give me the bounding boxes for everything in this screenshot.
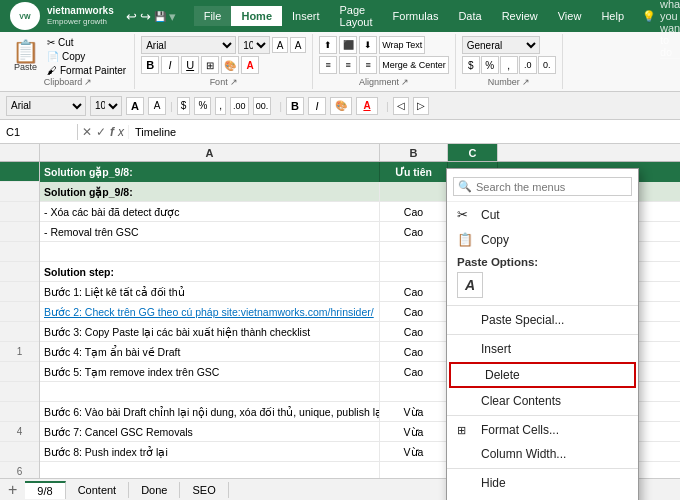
menu-formulas[interactable]: Formulas: [383, 6, 449, 26]
scissors-icon: ✂: [47, 37, 55, 48]
context-clear-contents-item[interactable]: Clear Contents: [447, 389, 638, 413]
clipboard-expand-icon[interactable]: ↗: [84, 77, 92, 87]
align-middle-button[interactable]: ⬛: [339, 36, 357, 54]
align-left-button[interactable]: ≡: [319, 56, 337, 74]
align-right-button[interactable]: ≡: [359, 56, 377, 74]
format-painter-button[interactable]: 🖌 Format Painter: [45, 64, 128, 77]
add-sheet-button[interactable]: +: [0, 481, 25, 499]
menu-page-layout[interactable]: Page Layout: [330, 0, 383, 32]
dollar-button[interactable]: $: [462, 56, 480, 74]
copy-icon: 📄: [47, 51, 59, 62]
col-header-b[interactable]: B: [380, 144, 448, 161]
context-copy-item[interactable]: 📋 Copy: [447, 227, 638, 252]
decrease-indent-btn[interactable]: ◁: [393, 97, 409, 115]
alignment-expand-icon[interactable]: ↗: [401, 77, 409, 87]
increase-indent-btn[interactable]: ▷: [413, 97, 429, 115]
context-search-input[interactable]: [476, 181, 627, 193]
fill-color-button[interactable]: 🎨: [221, 56, 239, 74]
cut-ctx-icon: ✂: [457, 207, 473, 222]
logo-area: VW vietnamworks Empower growth: [8, 2, 114, 30]
decrease-decimal-button[interactable]: 0.: [538, 56, 556, 74]
cancel-formula-icon[interactable]: ✕: [82, 125, 92, 139]
sheet-tab-content[interactable]: Content: [66, 482, 130, 498]
menu-help[interactable]: Help: [591, 6, 634, 26]
sheet-tab-done[interactable]: Done: [129, 482, 180, 498]
merge-center-button[interactable]: Merge & Center: [379, 56, 449, 74]
underline-button[interactable]: U: [181, 56, 199, 74]
font-size-select[interactable]: 10: [238, 36, 270, 54]
context-insert-item[interactable]: Insert: [447, 337, 638, 361]
font-color-button[interactable]: A: [241, 56, 259, 74]
context-paste-special-item[interactable]: Paste Special...: [447, 308, 638, 332]
context-hide-item[interactable]: Hide: [447, 471, 638, 495]
decrease-font-button-2[interactable]: A: [148, 97, 166, 115]
col-header-a[interactable]: A: [40, 144, 380, 161]
number-expand-icon[interactable]: ↗: [522, 77, 530, 87]
percent-button[interactable]: %: [481, 56, 499, 74]
percent-btn-2[interactable]: %: [194, 97, 211, 115]
copy-ctx-icon: 📋: [457, 232, 473, 247]
formula-input[interactable]: [129, 124, 680, 140]
increase-font-button[interactable]: A: [272, 37, 288, 53]
undo-icon[interactable]: ↩: [126, 9, 137, 24]
context-column-width-item[interactable]: Column Width...: [447, 442, 638, 466]
context-format-cells-item[interactable]: ⊞ Format Cells...: [447, 418, 638, 442]
format-cells-label: Format Cells...: [481, 423, 559, 437]
comma-button[interactable]: ,: [500, 56, 518, 74]
paste-icon: 📋: [12, 41, 39, 63]
insert-function-icon[interactable]: f: [110, 125, 114, 139]
decrease-font-button[interactable]: A: [290, 37, 306, 53]
clipboard-group-label: Clipboard ↗: [8, 77, 128, 87]
align-center-button[interactable]: ≡: [339, 56, 357, 74]
border-button[interactable]: ⊞: [201, 56, 219, 74]
menu-home[interactable]: Home: [231, 6, 282, 26]
menu-review[interactable]: Review: [492, 6, 548, 26]
menu-data[interactable]: Data: [448, 6, 491, 26]
alignment-group: ⬆ ⬛ ⬇ Wrap Text ≡ ≡ ≡ Merge & Center Ali…: [313, 34, 456, 89]
bold-btn-2[interactable]: B: [286, 97, 304, 115]
increase-decimal-button[interactable]: .0: [519, 56, 537, 74]
copy-button[interactable]: 📄 Copy: [45, 50, 128, 63]
font-name-select-2[interactable]: Arial: [6, 96, 86, 116]
hide-label: Hide: [481, 476, 506, 490]
paintbrush-icon: 🖌: [47, 65, 57, 76]
cut-button[interactable]: ✂ Cut: [45, 36, 128, 49]
wrap-text-button[interactable]: Wrap Text: [379, 36, 425, 54]
align-top-button[interactable]: ⬆: [319, 36, 337, 54]
decrease-decimal-btn-2[interactable]: 00.: [253, 97, 272, 115]
align-bottom-button[interactable]: ⬇: [359, 36, 377, 54]
row-numbers-column: 1 4 6: [0, 162, 40, 500]
sheet-tab-seo[interactable]: SEO: [180, 482, 228, 498]
number-group-label: Number ↗: [462, 77, 556, 87]
font-color-btn-2[interactable]: A: [356, 97, 378, 115]
dollar-btn-2[interactable]: $: [177, 97, 191, 115]
context-delete-item[interactable]: Delete: [449, 362, 636, 388]
col-header-c[interactable]: C: [448, 144, 498, 161]
font-name-select[interactable]: Arial: [141, 36, 236, 54]
save-icon[interactable]: 💾: [154, 11, 166, 22]
font-expand-icon[interactable]: ↗: [230, 77, 238, 87]
menu-insert[interactable]: Insert: [282, 6, 330, 26]
paste-button[interactable]: 📋 Paste: [8, 39, 43, 74]
paste-option-a-button[interactable]: A: [457, 272, 483, 298]
confirm-formula-icon[interactable]: ✓: [96, 125, 106, 139]
number-format-select[interactable]: General: [462, 36, 540, 54]
context-cut-item[interactable]: ✂ Cut: [447, 202, 638, 227]
context-unhide-item[interactable]: Unhide: [447, 495, 638, 500]
font-size-select-2[interactable]: 10: [90, 96, 122, 116]
italic-button[interactable]: I: [161, 56, 179, 74]
menu-file[interactable]: File: [194, 6, 232, 26]
insert-label: Insert: [481, 342, 511, 356]
comma-btn-2[interactable]: ,: [215, 97, 226, 115]
cell-reference-box[interactable]: C1: [0, 124, 78, 140]
redo-icon[interactable]: ↪: [140, 9, 151, 24]
tell-me-text[interactable]: Tell me what you want to do: [660, 0, 680, 59]
italic-btn-2[interactable]: I: [308, 97, 326, 115]
search-icon: 🔍: [458, 180, 472, 193]
fill-color-btn-2[interactable]: 🎨: [330, 97, 352, 115]
increase-font-button-2[interactable]: A: [126, 97, 144, 115]
bold-button[interactable]: B: [141, 56, 159, 74]
sheet-tab-98[interactable]: 9/8: [25, 481, 65, 499]
menu-view[interactable]: View: [548, 6, 592, 26]
increase-decimal-btn-2[interactable]: .00: [230, 97, 249, 115]
